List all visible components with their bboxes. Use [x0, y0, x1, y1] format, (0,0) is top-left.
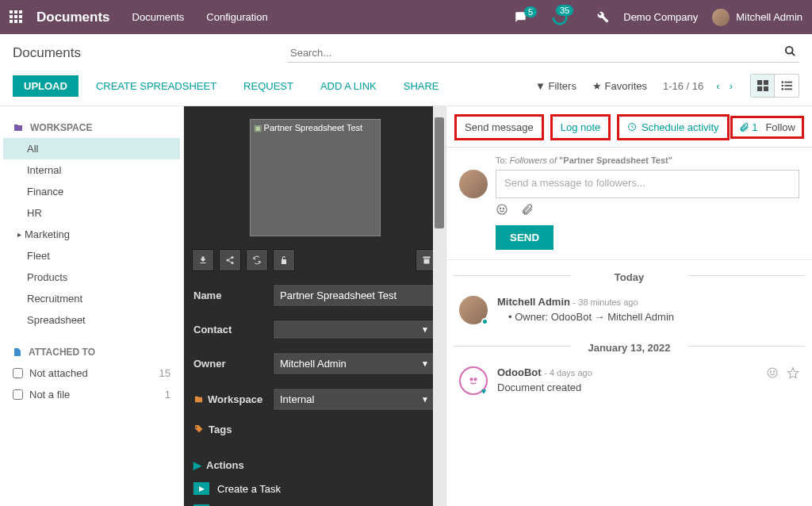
to-line: To: Followers of "Partner Spreadsheet Te…: [496, 155, 799, 165]
brand[interactable]: Documents: [36, 10, 110, 25]
tab-schedule-activity[interactable]: Schedule activity: [617, 114, 729, 140]
owner-field[interactable]: Mitchell Admin ▼: [273, 352, 436, 375]
messages-button[interactable]: 5: [514, 11, 537, 23]
activity-clock[interactable]: 35: [551, 9, 583, 26]
actions-label: ▶ Actions: [184, 453, 446, 477]
react-button[interactable]: [766, 366, 779, 395]
filter-not-file[interactable]: Not a file 1: [3, 384, 180, 405]
folder-icon: [193, 395, 204, 404]
svg-point-18: [500, 208, 500, 209]
page-title: Documents: [13, 45, 81, 61]
filters-button[interactable]: ▼ Filters: [535, 80, 576, 92]
clock-icon: [627, 122, 637, 132]
detail-scrollbar[interactable]: [433, 106, 446, 506]
add-link-button[interactable]: ADD A LINK: [311, 75, 386, 97]
day-divider-today: Today: [446, 260, 812, 289]
filter-not-attached[interactable]: Not attached 15: [3, 362, 180, 384]
workspace-field[interactable]: Internal ▼: [273, 388, 436, 411]
avatar-icon: [712, 9, 730, 26]
sidebar-item-products[interactable]: Products: [3, 266, 180, 288]
create-spreadsheet-button[interactable]: CREATE SPREADSHEET: [86, 75, 226, 97]
sidebar-item-spreadsheet[interactable]: Spreadsheet: [3, 309, 180, 331]
share-doc-button[interactable]: [219, 249, 241, 271]
list-view-button[interactable]: [775, 75, 799, 97]
menu-configuration[interactable]: Configuration: [206, 11, 267, 23]
action-mark-draft[interactable]: ▶ Mark As Draft: [184, 500, 446, 506]
heart-icon: ♥: [481, 386, 487, 396]
attachments-button[interactable]: 1: [739, 121, 757, 133]
detail-action-bar: [184, 243, 446, 278]
sidebar-item-fleet[interactable]: Fleet: [3, 245, 180, 266]
request-button[interactable]: REQUEST: [234, 75, 303, 97]
share-icon: [225, 255, 235, 265]
tab-send-message[interactable]: Send message: [454, 114, 544, 140]
view-switcher: [750, 74, 799, 98]
play-box-icon: ▶: [193, 482, 209, 495]
page-prev[interactable]: ‹: [711, 80, 724, 92]
action-create-task[interactable]: ▶ Create a Task: [184, 477, 446, 500]
workspace-label: Workspace: [193, 393, 273, 405]
svg-rect-11: [784, 89, 792, 90]
checkbox-not-file[interactable]: [13, 389, 23, 400]
sidebar-item-recruitment[interactable]: Recruitment: [3, 288, 180, 309]
user-menu[interactable]: Mitchell Admin: [712, 9, 802, 26]
upload-button[interactable]: UPLOAD: [13, 75, 79, 97]
chevron-down-icon: ▼: [421, 359, 429, 368]
kanban-icon: [757, 80, 768, 91]
day-divider-jan13: January 13, 2022: [446, 331, 812, 360]
svg-point-22: [768, 368, 777, 378]
page-next[interactable]: ›: [725, 80, 737, 92]
apps-icon[interactable]: [10, 10, 24, 25]
sidebar-item-hr[interactable]: HR: [3, 202, 180, 224]
name-label: Name: [193, 289, 273, 301]
toolbar: UPLOAD CREATE SPREADSHEET REQUEST ADD A …: [0, 69, 812, 106]
sidebar-item-all[interactable]: All: [3, 138, 180, 159]
follow-button[interactable]: Follow: [765, 121, 795, 133]
smile-icon: [496, 203, 508, 216]
share-button[interactable]: SHARE: [394, 75, 449, 97]
contact-label: Contact: [193, 324, 273, 335]
svg-rect-9: [784, 85, 792, 86]
svg-point-12: [232, 256, 234, 259]
download-icon: [198, 255, 208, 265]
attach-button[interactable]: [521, 203, 534, 216]
tag-icon: [193, 424, 204, 435]
user-name: Mitchell Admin: [736, 11, 802, 23]
company-switcher[interactable]: Demo Company: [623, 11, 698, 23]
svg-point-23: [770, 371, 771, 372]
document-thumbnail[interactable]: ▣ Partner Spreadsheet Test: [250, 119, 381, 236]
search-input[interactable]: [287, 44, 799, 63]
contact-field[interactable]: ▼: [273, 320, 436, 339]
chevron-down-icon: ▼: [421, 325, 429, 334]
compose-input[interactable]: Send a message to followers...: [496, 170, 799, 198]
svg-point-10: [781, 88, 783, 90]
svg-rect-2: [757, 80, 762, 85]
owner-label: Owner: [193, 358, 273, 370]
lock-button[interactable]: [273, 249, 295, 271]
checkbox-not-attached[interactable]: [13, 368, 23, 378]
name-field[interactable]: Partner Spreadsheet Test: [273, 284, 436, 307]
star-button[interactable]: [787, 366, 799, 395]
emoji-button[interactable]: [496, 203, 508, 216]
svg-point-24: [773, 371, 774, 372]
download-button[interactable]: [192, 249, 214, 271]
search-icon[interactable]: [784, 45, 796, 57]
debug-button[interactable]: [597, 11, 609, 23]
msg-author[interactable]: OdooBot: [497, 366, 542, 378]
sidebar-item-marketing[interactable]: ▸Marketing: [3, 224, 180, 245]
presence-indicator: [481, 318, 488, 325]
replace-button[interactable]: [246, 249, 268, 271]
sidebar-item-internal[interactable]: Internal: [3, 159, 180, 181]
lock-open-icon: [279, 255, 289, 265]
send-button[interactable]: SEND: [496, 225, 553, 250]
msg-author[interactable]: Mitchell Admin: [497, 296, 570, 308]
header-bar: Documents: [0, 34, 812, 69]
favorites-button[interactable]: ★ Favorites: [592, 80, 647, 92]
kanban-view-button[interactable]: [751, 75, 775, 97]
pager-label[interactable]: 1-16 / 16: [663, 80, 703, 92]
tab-log-note[interactable]: Log note: [550, 114, 611, 140]
chatter-tabs: Send message Log note Schedule activity …: [446, 106, 812, 148]
menu-documents[interactable]: Documents: [132, 11, 185, 23]
file-icon: [13, 347, 22, 358]
sidebar-item-finance[interactable]: Finance: [3, 181, 180, 202]
